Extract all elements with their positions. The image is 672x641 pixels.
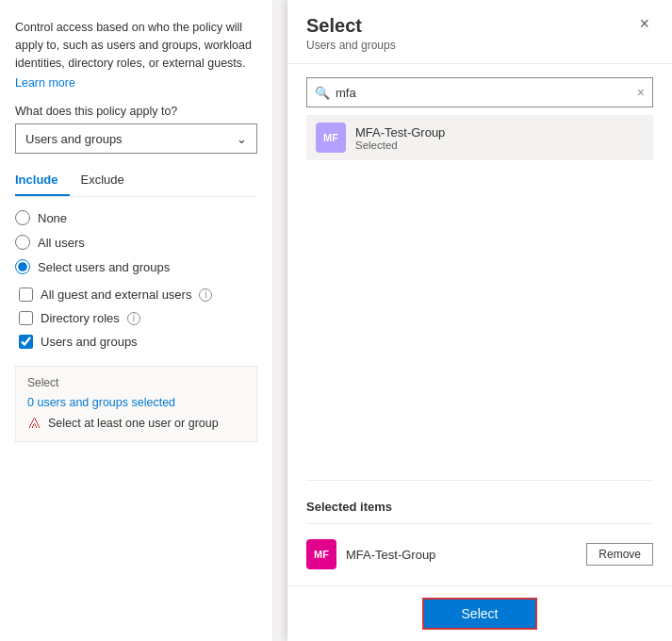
result-name: MFA-Test-Group xyxy=(355,125,445,140)
radio-all-users-input[interactable] xyxy=(15,235,30,250)
select-count-link[interactable]: 0 users and groups selected xyxy=(27,396,175,409)
search-results: MF MFA-Test-Group Selected xyxy=(306,115,653,160)
checkbox-users-groups[interactable]: Users and groups xyxy=(19,335,257,349)
remove-button[interactable]: Remove xyxy=(586,543,653,566)
checkbox-group: All guest and external users i Directory… xyxy=(19,288,257,349)
selected-divider xyxy=(306,523,653,524)
chevron-down-icon: ⌄ xyxy=(237,132,247,146)
checkbox-directory[interactable]: Directory roles i xyxy=(19,311,257,325)
select-section-title: Select xyxy=(27,376,245,389)
info-icon-directory[interactable]: i xyxy=(127,312,140,325)
search-input[interactable] xyxy=(336,86,637,100)
radio-none[interactable]: None xyxy=(15,210,257,225)
search-box: 🔍 × xyxy=(306,77,653,107)
close-button[interactable]: × xyxy=(635,15,653,32)
policy-dropdown[interactable]: Users and groups ⌄ xyxy=(15,123,257,154)
radio-group: None All users Select users and groups xyxy=(15,210,257,274)
error-row: ⩓ Select at least one user or group xyxy=(27,415,245,432)
selected-section: Selected items MF MFA-Test-Group Remove xyxy=(306,500,653,575)
info-icon-guest[interactable]: i xyxy=(199,288,212,302)
dialog-panel: Select Users and groups × 🔍 × MF MFA-Tes… xyxy=(287,0,672,641)
checkbox-guest[interactable]: All guest and external users i xyxy=(19,288,257,302)
avatar: MF xyxy=(316,123,346,153)
error-text: Select at least one user or group xyxy=(48,417,219,430)
checkbox-users-groups-input[interactable] xyxy=(19,335,33,349)
tab-include[interactable]: Include xyxy=(15,167,70,196)
dropdown-value: Users and groups xyxy=(25,132,123,146)
divider xyxy=(306,480,653,481)
radio-none-input[interactable] xyxy=(15,210,30,225)
selected-item: MF MFA-Test-Group Remove xyxy=(306,534,653,575)
dialog-title-group: Select Users and groups xyxy=(306,15,396,52)
selected-item-name: MFA-Test-Group xyxy=(346,548,586,562)
dialog-title: Select xyxy=(306,15,396,37)
result-status: Selected xyxy=(355,140,445,151)
list-item[interactable]: MF MFA-Test-Group Selected xyxy=(306,115,653,160)
result-info: MFA-Test-Group Selected xyxy=(355,125,445,151)
dialog-title-row: Select Users and groups × xyxy=(306,15,653,52)
tab-exclude[interactable]: Exclude xyxy=(81,167,136,196)
policy-label: What does this policy apply to? xyxy=(15,105,257,118)
select-button[interactable]: Select xyxy=(422,598,538,630)
radio-select-users-input[interactable] xyxy=(15,259,30,274)
selected-title: Selected items xyxy=(306,500,653,514)
error-icon: ⩓ xyxy=(27,415,42,432)
selected-avatar: MF xyxy=(306,539,336,569)
learn-more-link[interactable]: Learn more xyxy=(15,76,75,90)
dialog-subtitle: Users and groups xyxy=(306,39,396,52)
search-icon: 🔍 xyxy=(315,86,330,100)
dialog-footer: Select xyxy=(287,585,672,641)
tabs-container: Include Exclude xyxy=(15,167,257,197)
select-section: Select 0 users and groups selected ⩓ Sel… xyxy=(15,366,257,442)
clear-search-button[interactable]: × xyxy=(637,85,645,100)
description-text: Control access based on who the policy w… xyxy=(15,19,257,72)
checkbox-directory-input[interactable] xyxy=(19,311,33,325)
radio-all-users[interactable]: All users xyxy=(15,235,257,250)
dialog-header: Select Users and groups × xyxy=(287,0,672,64)
radio-select-users[interactable]: Select users and groups xyxy=(15,259,257,274)
checkbox-guest-input[interactable] xyxy=(19,288,33,302)
left-panel: Control access based on who the policy w… xyxy=(0,0,273,641)
